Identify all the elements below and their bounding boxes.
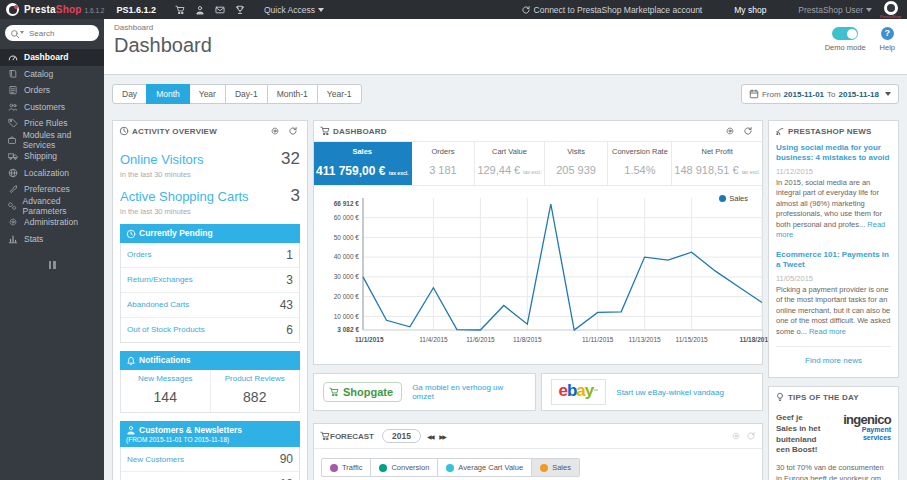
news-article-title[interactable]: Ecommerce 101: Payments in a Tweet [776, 250, 891, 271]
calendar-icon [749, 89, 759, 99]
shopping-bag-icon [329, 387, 339, 397]
shopgate-ad[interactable]: Shopgate Ga mobiel en verhoog uw omzet [313, 373, 536, 411]
news-article-title[interactable]: Using social media for your business: 4 … [776, 143, 891, 164]
stat-row-abandoned-carts[interactable]: Abandoned Carts43 [121, 292, 299, 317]
search-scope-caret-icon[interactable] [20, 31, 24, 34]
help-icon[interactable]: ? [881, 27, 894, 40]
demo-mode-label: Demo mode [825, 43, 866, 52]
chart-legend-sales[interactable]: Sales [719, 194, 748, 203]
period-button-year-1[interactable]: Year-1 [317, 84, 362, 104]
cart-icon[interactable] [170, 5, 190, 15]
user-avatar[interactable]: PrestaShop [880, 1, 901, 18]
big-stat-link[interactable]: Online Visitors [120, 152, 204, 167]
sidebar-item-localization[interactable]: Localization [0, 165, 104, 182]
next-year-button[interactable]: ▶▶ [439, 433, 445, 440]
stat-row-out-of-stock-products[interactable]: Out of Stock Products6 [121, 317, 299, 342]
kpi-orders[interactable]: Orders 3 181 [412, 142, 476, 185]
quick-access-menu[interactable]: Quick Access [264, 5, 324, 15]
kpi-conversion-rate[interactable]: Conversion Rate 1.54% [608, 142, 672, 185]
refresh-icon[interactable] [743, 126, 753, 136]
stat-cell-product-reviews[interactable]: Product Reviews882 [210, 370, 300, 412]
previous-year-button[interactable]: ◀◀ [427, 433, 433, 440]
chart-icon [6, 234, 20, 244]
chevron-down-icon [318, 8, 324, 12]
period-button-year[interactable]: Year [189, 84, 226, 104]
sidebar-item-shipping[interactable]: Shipping [0, 148, 104, 165]
sidebar-item-stats[interactable]: Stats [0, 231, 104, 248]
period-button-month-1[interactable]: Month-1 [267, 84, 318, 104]
ebay-ad-link[interactable]: Start uw eBay-winkel vandaag [616, 388, 724, 397]
user-icon[interactable] [190, 5, 210, 15]
read-more-link[interactable]: Read more [776, 220, 885, 240]
sidebar-item-label: Dashboard [24, 52, 68, 62]
read-more-link[interactable]: Read more [809, 327, 846, 336]
forecast-legend-average-cart-value[interactable]: Average Cart Value [437, 458, 532, 477]
forecast-year[interactable]: 2015 [382, 429, 421, 443]
sidebar-item-label: Orders [24, 85, 50, 95]
sidebar-item-advanced-parameters[interactable]: Advanced Parameters [0, 198, 104, 215]
kpi-net-profit[interactable]: Net Profit 148 918,51 € tax excl. [672, 142, 762, 185]
stat-row-new-subscriptions[interactable]: New Subscriptions18 [121, 471, 299, 480]
mail-icon[interactable] [210, 5, 230, 15]
top-bar: PrestaShop 1.6.1.2 PS1.6.1.2 Quick Acces… [0, 0, 907, 19]
my-shop-link[interactable]: My shop [734, 5, 766, 15]
stat-cell-new-messages[interactable]: New Messages144 [121, 370, 210, 412]
shop-name[interactable]: PS1.6.1.2 [116, 5, 156, 15]
period-button-day[interactable]: Day [112, 84, 147, 104]
forecast-panel: FORECAST 2015 ◀◀ ▶▶ Traffic Conversion A… [313, 423, 763, 480]
forecast-legend-traffic[interactable]: Traffic [321, 458, 371, 477]
ebay-ad[interactable]: ebay™ Start uw eBay-winkel vandaag [541, 373, 764, 411]
stat-row-return-exchanges[interactable]: Return/Exchanges3 [121, 267, 299, 292]
kpi-sales[interactable]: Sales 411 759,00 € tax excl. [314, 142, 412, 185]
period-button-group: DayMonthYearDay-1Month-1Year-1 [112, 84, 362, 104]
period-button-day-1[interactable]: Day-1 [225, 84, 268, 104]
sidebar-item-dashboard[interactable]: Dashboard [0, 49, 104, 66]
tip-body: 30 tot 70% van de consumenten in Europa … [776, 463, 891, 480]
sidebar-item-administration[interactable]: Administration [0, 214, 104, 231]
refresh-icon[interactable] [746, 431, 756, 441]
refresh-icon[interactable] [288, 126, 298, 136]
legend-dot-icon [719, 195, 726, 202]
gear-icon[interactable] [731, 431, 741, 441]
module-ads-row: Shopgate Ga mobiel en verhoog uw omzet e… [313, 373, 763, 411]
sidebar-item-catalog[interactable]: Catalog [0, 66, 104, 83]
sidebar-item-modules-and-services[interactable]: Modules and Services [0, 132, 104, 149]
stat-row-orders[interactable]: Orders1 [121, 243, 299, 267]
prestashop-news-panel: PRESTASHOP NEWS Using social media for y… [768, 120, 899, 378]
kpi-cart-value[interactable]: Cart Value 129,44 € tax excl. [475, 142, 544, 185]
ingenico-logo[interactable]: ingenico Payment services [827, 413, 891, 442]
chevron-down-icon [885, 92, 891, 96]
user-menu[interactable]: PrestaShop User [798, 5, 872, 15]
trophy-icon[interactable] [230, 5, 250, 15]
dashboard-panel: DASHBOARD Sales 411 759,00 € tax excl. O… [313, 120, 763, 365]
news-article: Ecommerce 101: Payments in a Tweet 11/05… [776, 250, 891, 337]
demo-mode-toggle[interactable] [832, 27, 858, 40]
prestashop-admin-dashboard: PrestaShop 1.6.1.2 PS1.6.1.2 Quick Acces… [0, 0, 907, 480]
find-more-news-link[interactable]: Find more news [776, 354, 891, 371]
prestashop-logo-icon[interactable] [6, 3, 19, 16]
tips-panel-title: TIPS OF THE DAY [788, 393, 859, 402]
big-stat-link[interactable]: Active Shopping Carts [120, 189, 249, 204]
tips-of-the-day-panel: TIPS OF THE DAY ingenico Payment service… [768, 386, 899, 480]
search-box [5, 25, 99, 41]
sidebar-item-orders[interactable]: Orders [0, 82, 104, 99]
person-icon [126, 425, 136, 435]
period-button-month[interactable]: Month [146, 84, 190, 104]
section-header-customers-newsletters: Customers & Newsletters(FROM 2015-11-01 … [120, 421, 300, 448]
sidebar-item-customers[interactable]: Customers [0, 99, 104, 116]
svg-text:11/1/2015: 11/1/2015 [355, 336, 384, 343]
gear-icon[interactable] [270, 126, 280, 136]
gear-icon[interactable] [725, 126, 735, 136]
marketplace-link[interactable]: Connect to PrestaShop Marketplace accoun… [521, 5, 702, 15]
big-stat-value: 32 [281, 149, 300, 169]
sidebar-item-label: Catalog [24, 69, 53, 79]
main-content: Dashboard Dashboard Demo mode ? Help Day… [104, 19, 907, 480]
stat-row-new-customers[interactable]: New Customers90 [121, 447, 299, 471]
forecast-legend-conversion[interactable]: Conversion [370, 458, 438, 477]
shopgate-ad-link[interactable]: Ga mobiel en verhoog uw omzet [412, 383, 525, 401]
breadcrumb[interactable]: Dashboard [114, 23, 897, 32]
kpi-visits[interactable]: Visits 205 939 [545, 142, 609, 185]
sidebar-collapse-button[interactable] [46, 261, 58, 269]
date-range-button[interactable]: From2015-11-01 To2015-11-18 [741, 84, 899, 104]
forecast-legend-sales[interactable]: Sales [531, 458, 580, 477]
